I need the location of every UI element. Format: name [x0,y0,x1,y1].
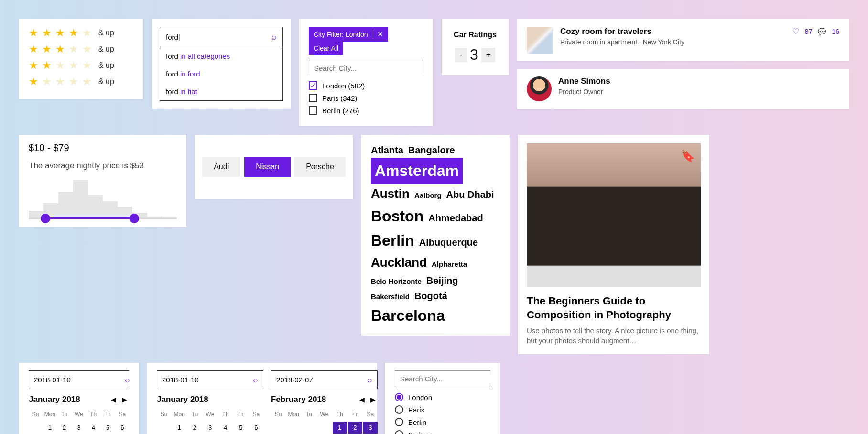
cal-day[interactable]: 3 [203,422,217,434]
tag-item[interactable]: Amsterdam [371,158,463,184]
segment-nissan[interactable]: Nissan [244,157,291,177]
rating-option[interactable]: ★★★★★& up [29,43,134,55]
star-icon: ★ [69,59,78,72]
segment-control: AudiNissanPorsche [195,135,353,199]
rating-option[interactable]: ★★★★★& up [29,59,134,72]
minus-button[interactable]: - [455,48,467,62]
cal-day[interactable]: 1 [172,422,186,434]
bookmark-icon[interactable]: 🔖 [681,149,695,163]
suggestion-item[interactable]: ford in ford [160,65,282,83]
prev-month[interactable]: ◀ [109,396,118,403]
date-to-input[interactable] [276,376,367,384]
radio-option[interactable]: Paris [395,405,490,414]
radio-icon [395,393,403,401]
comment-icon[interactable]: 💬 [818,28,826,35]
car-ratings-title: Car Ratings [447,31,503,39]
date-input[interactable] [34,376,125,384]
cal-day[interactable]: 3 [363,422,378,434]
radio-option[interactable]: Berlin [395,418,490,426]
tag-item[interactable]: Bogotá [414,288,447,304]
article-card[interactable]: 🔖 The Beginners Guide to Composition in … [518,135,709,354]
checkbox-option[interactable]: Paris (342) [309,94,423,102]
tag-item[interactable]: Bangalore [408,142,455,158]
listing-card[interactable]: Cozy room for travelers Private room in … [517,19,849,61]
date-from-input[interactable] [162,376,253,384]
person-name: Anne Simons [558,76,610,86]
cal-day[interactable]: 1 [43,422,56,434]
heart-icon[interactable]: ♡ [792,27,799,36]
suggestion-item[interactable]: ford in all categories [160,47,282,65]
search-icon[interactable]: ⌕ [125,375,130,385]
person-card[interactable]: Anne Simons Product Owner [517,69,849,109]
tag-item[interactable]: Austin [371,184,410,204]
tag-item[interactable]: Auckland [371,253,427,273]
plus-button[interactable]: + [481,48,495,62]
tag-item[interactable]: Aalborg [414,190,442,201]
next-month[interactable]: ▶ [369,396,378,403]
city-search-input[interactable] [314,64,418,72]
star-icon: ★ [69,76,78,88]
slider-knob-max[interactable] [130,214,139,223]
prev-month[interactable]: ◀ [358,396,367,403]
slider-knob-min[interactable] [41,214,50,223]
star-icon: ★ [55,76,65,88]
search-icon[interactable]: ⌕ [367,375,372,385]
tag-item[interactable]: Ahmedabad [428,210,483,226]
tag-item[interactable]: Barcelona [371,304,445,328]
cal-day[interactable]: 3 [72,422,86,434]
tag-item[interactable]: Albuquerque [419,235,478,250]
search-input-wrap[interactable]: ⌕ [160,27,283,47]
radio-city-card: LondonParisBerlinSydneyAmsterdamMelbourn… [385,363,500,434]
star-icon: ★ [55,59,65,72]
star-icon: ★ [42,27,52,39]
cal-day[interactable]: 5 [101,422,114,434]
price-avg: The average nightly price is $53 [29,161,177,171]
cal-day[interactable]: 6 [249,422,263,434]
star-icon: ★ [29,43,38,55]
tag-item[interactable]: Boston [371,204,423,228]
rating-filter: ★★★★★& up★★★★★& up★★★★★& up★★★★★& up [19,19,143,99]
search-icon[interactable]: ⌕ [253,375,258,385]
tag-item[interactable]: Alpharetta [432,259,467,270]
clear-all-button[interactable]: Clear All [309,42,343,55]
star-icon: ★ [82,27,92,39]
checkbox-option[interactable]: Berlin (276) [309,106,423,115]
segment-audi[interactable]: Audi [202,157,240,177]
radio-option[interactable]: London [395,393,490,401]
cal-day[interactable]: 5 [234,422,248,434]
search-input[interactable] [166,33,271,41]
price-slider[interactable] [29,217,177,219]
cal-day[interactable]: 2 [58,422,71,434]
filter-chip[interactable]: City Filter: London✕ [309,27,388,42]
listing-thumbnail [527,27,553,54]
tag-item[interactable]: Bakersfield [371,291,410,303]
rating-option[interactable]: ★★★★★& up [29,76,134,88]
radio-icon [395,405,403,414]
cal-day[interactable]: 6 [116,422,129,434]
radio-icon [395,430,403,434]
rating-option[interactable]: ★★★★★& up [29,27,134,39]
next-month[interactable]: ▶ [120,396,129,403]
cal-day[interactable]: 1 [333,422,347,434]
article-sub: Use photos to tell the story. A nice pic… [527,326,701,346]
city-radio-search[interactable] [400,375,491,383]
checkbox-option[interactable]: ✓London (582) [309,81,423,90]
tag-item[interactable]: Berlin [371,228,414,253]
close-icon[interactable]: ✕ [373,30,383,39]
tag-item[interactable]: Atlanta [371,142,403,158]
segment-porsche[interactable]: Porsche [294,157,346,177]
star-icon: ★ [29,59,38,72]
tag-item[interactable]: Abu Dhabi [446,187,494,202]
search-icon[interactable]: ⌕ [271,32,277,42]
star-icon: ★ [42,59,52,72]
tag-item[interactable]: Belo Horizonte [371,276,422,287]
cal-day[interactable]: 4 [87,422,100,434]
radio-option[interactable]: Sydney [395,430,490,434]
checkbox-icon [309,106,317,115]
star-icon: ★ [82,59,92,72]
cal-day[interactable]: 4 [218,422,233,434]
cal-day[interactable]: 2 [348,422,362,434]
suggestion-item[interactable]: ford in fiat [160,83,282,100]
cal-day[interactable]: 2 [187,422,202,434]
tag-item[interactable]: Beijing [426,273,458,288]
